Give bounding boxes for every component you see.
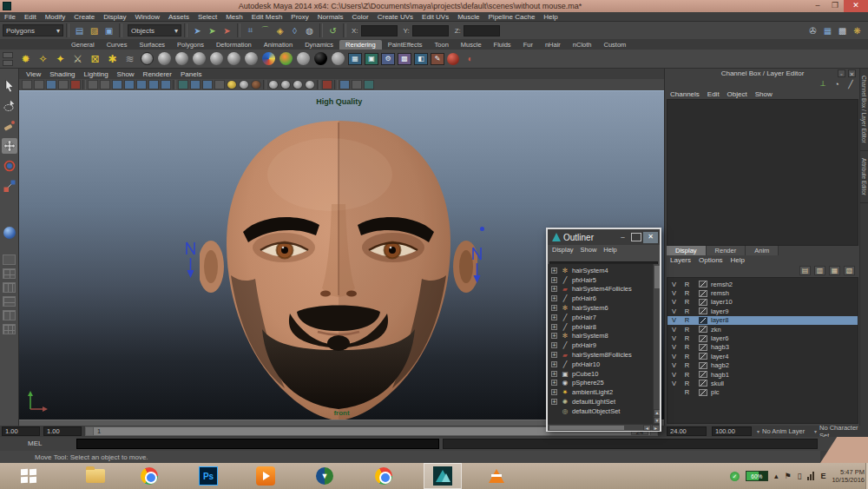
exposure-icon[interactable] <box>305 80 315 89</box>
ol-menu-display[interactable]: Display <box>552 246 574 254</box>
render-toggle[interactable]: R <box>681 361 694 369</box>
selection-mask-dropdown[interactable]: Objects▾ <box>128 24 181 36</box>
render-toggle[interactable]: R <box>681 307 694 315</box>
render-toggle[interactable]: R <box>681 281 694 288</box>
use-background-icon[interactable] <box>331 51 345 66</box>
create-layer-from-selected-icon[interactable]: ▧ <box>844 266 855 275</box>
panel-menu-panels[interactable]: Panels <box>181 70 201 78</box>
select-component-icon[interactable]: ➤ <box>220 24 233 37</box>
outliner-item[interactable]: +▰hairSystem8Follicles <box>551 350 660 360</box>
panel-close-icon[interactable]: ✕ <box>848 69 856 77</box>
paint-effects-icon[interactable]: ✎ <box>431 53 444 65</box>
layer-row[interactable]: VRhagb1 <box>667 370 858 379</box>
lasso-tool[interactable] <box>2 98 17 114</box>
layout-persp-graph-button[interactable] <box>3 310 16 320</box>
shelf-tab-surfaces[interactable]: Surfaces <box>133 40 171 50</box>
open-scene-icon[interactable]: ▨ <box>88 24 101 37</box>
visibility-toggle[interactable]: V <box>667 307 681 315</box>
maximize-button[interactable]: ❐ <box>826 0 844 12</box>
spot-light-icon[interactable]: ✧ <box>36 51 50 66</box>
shelf-tab-animation[interactable]: Animation <box>258 40 299 50</box>
area-light-icon[interactable]: ⊠ <box>88 51 102 66</box>
cb-menu-edit[interactable]: Edit <box>707 90 720 98</box>
panel-popout-icon[interactable]: ▫ <box>838 69 845 77</box>
render-view-icon[interactable]: ✇ <box>806 24 819 37</box>
outliner-item[interactable]: +✻hairSystem6 <box>551 303 660 313</box>
hidden-icons-arrow[interactable]: ▴ <box>774 472 779 480</box>
ipr-render-icon[interactable]: ▦ <box>821 24 834 37</box>
expand-icon[interactable]: + <box>551 352 557 358</box>
render-toggle[interactable]: R <box>681 334 694 342</box>
scroll-right-icon[interactable]: ► <box>652 425 660 431</box>
layer-swatch-icon[interactable] <box>699 299 707 306</box>
select-hierarchy-icon[interactable]: ➤ <box>191 24 204 37</box>
snap-plane-icon[interactable]: ◊ <box>288 24 301 37</box>
menu-pipeline-cache[interactable]: Pipeline Cache <box>489 13 536 21</box>
layer-tab-anim[interactable]: Anim <box>746 246 779 255</box>
move-tool[interactable] <box>2 138 17 154</box>
render-toggle[interactable]: R <box>681 353 694 360</box>
le-menu-layers[interactable]: Layers <box>670 256 691 264</box>
shelf-tab-dynamics[interactable]: Dynamics <box>299 40 339 50</box>
expand-icon[interactable]: + <box>551 314 557 320</box>
field-chart-icon[interactable] <box>136 80 147 89</box>
shelf-tab-rendering[interactable]: Rendering <box>339 40 382 50</box>
outliner-item[interactable]: +✷ambientLight2 <box>551 387 660 397</box>
animation-end-input[interactable] <box>712 426 752 436</box>
layer-tab-display[interactable]: Display <box>667 246 707 255</box>
hypershade-icon[interactable]: ◧ <box>414 53 428 65</box>
snap-point-icon[interactable]: ◈ <box>273 24 286 37</box>
chrome-icon[interactable] <box>139 466 160 486</box>
channel-list-area[interactable] <box>667 99 858 246</box>
volume-light-icon[interactable]: ✱ <box>105 51 120 66</box>
layer-swatch-icon[interactable] <box>699 290 707 297</box>
shelf-tab-toon[interactable]: Toon <box>429 40 455 50</box>
menu-window[interactable]: Window <box>135 13 160 21</box>
render-view-icon[interactable]: ▩ <box>398 53 411 65</box>
ramp-material-icon[interactable] <box>261 51 276 66</box>
cb-menu-channels[interactable]: Channels <box>670 90 700 98</box>
snap-curve-icon[interactable]: ⌒ <box>259 24 272 37</box>
menu-edit-mesh[interactable]: Edit Mesh <box>252 13 283 21</box>
construction-history-icon[interactable]: ↺ <box>326 24 339 37</box>
vertical-scrollbar[interactable]: ▲ ▼ <box>653 264 660 424</box>
scrollbar-thumb[interactable] <box>549 426 624 430</box>
expand-icon[interactable]: + <box>551 324 557 330</box>
bookmark-icon[interactable] <box>58 80 69 89</box>
ambient-occlusion-icon[interactable] <box>251 80 261 89</box>
expand-icon[interactable]: + <box>551 286 557 292</box>
menu-select[interactable]: Select <box>198 13 217 21</box>
visibility-toggle[interactable]: V <box>667 334 681 342</box>
visibility-toggle[interactable]: V <box>667 326 681 334</box>
layer-swatch-icon[interactable] <box>699 353 707 360</box>
node-editor-icon[interactable] <box>364 80 374 89</box>
safe-title-icon[interactable] <box>161 80 171 89</box>
menu-edit-uvs[interactable]: Edit UVs <box>422 13 449 21</box>
z-input[interactable] <box>464 25 500 36</box>
menu-modify[interactable]: Modify <box>45 13 66 21</box>
anim-layer-dropdown[interactable]: ▾ No Anim Layer <box>757 426 805 436</box>
paint-select-tool[interactable] <box>2 118 17 134</box>
menu-muscle[interactable]: Muscle <box>457 13 479 21</box>
start-button[interactable] <box>21 469 36 483</box>
layer-row[interactable]: VRzkn <box>667 325 858 334</box>
wireframe-icon[interactable] <box>178 80 188 89</box>
camera-attributes-icon[interactable] <box>46 80 56 89</box>
le-menu-options[interactable]: Options <box>699 256 723 264</box>
y-input[interactable] <box>412 25 449 36</box>
new-scene-icon[interactable]: ▤ <box>73 24 86 37</box>
select-camera-icon[interactable] <box>22 80 32 89</box>
layer-tab-render[interactable]: Render <box>707 246 746 255</box>
shelf-tab-nhair[interactable]: nHair <box>539 40 567 50</box>
visibility-toggle[interactable]: V <box>667 353 681 360</box>
layer-swatch-icon[interactable] <box>699 326 707 333</box>
battery-indicator[interactable]: 60% <box>746 471 768 481</box>
joint-marker-right[interactable] <box>470 246 484 284</box>
outliner-item[interactable]: +◉pSphere25 <box>551 379 660 388</box>
layout-four-pane-button[interactable] <box>3 268 16 279</box>
phong-material-icon[interactable] <box>209 51 224 66</box>
viewcube-icon[interactable] <box>339 80 350 89</box>
expand-icon[interactable]: + <box>551 305 557 311</box>
ambient-light-icon[interactable]: ✹ <box>18 51 33 66</box>
layout-hypershade-button[interactable] <box>3 324 16 334</box>
